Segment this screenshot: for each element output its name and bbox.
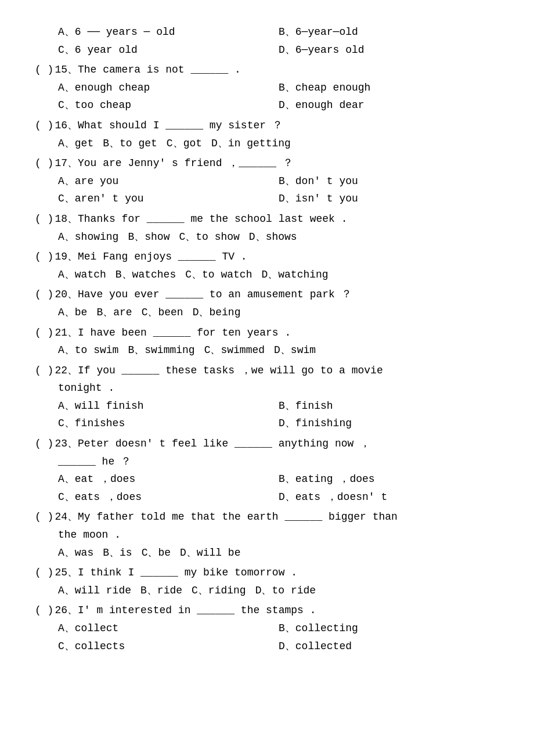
q24-text: 24、My father told me that the earth ____… [55,508,398,526]
q21-opt-a: A、to swim [58,341,118,359]
q17-options: A、are you B、don' t you C、aren' t you D、i… [58,172,499,208]
q26-options: A、collect B、collecting C、collects D、coll… [58,620,499,655]
q25-opt-b: B、ride [140,582,182,600]
q21-opt-c: C、swimmed [204,341,265,359]
q15-options: A、enough cheap B、cheap enough C、too chea… [58,79,499,114]
q25-text: 25、I think I ______ my bike tomorrow . [55,564,297,582]
q17-opt-c: C、aren' t you [58,190,279,208]
q23-opt-b: B、eating ，does [279,470,499,488]
q21-text: 21、I have been ______ for ten years . [55,324,291,342]
q14-opt-b: B、6─year─old [279,23,499,41]
q17-opt-d: D、isn' t you [279,190,499,208]
q19-opt-a: A、watch [58,266,106,284]
q15-opt-a: A、enough cheap [58,79,279,97]
q22-opt-c: C、finishes [58,415,279,433]
q20-opt-d: D、being [193,304,241,322]
q21-paren: ( ) [35,324,53,342]
q17-opt-a: A、are you [58,172,279,190]
q17-line: ( )17、You are Jenny' s friend ，______ ？ [35,154,499,172]
q26-opt-b: B、collecting [279,620,499,638]
q25-options: A、will ride B、ride C、riding D、to ride [58,582,499,600]
q17-paren: ( ) [35,154,53,172]
q14-opt-d: D、6─years old [279,41,499,59]
q15-line: ( )15、The camera is not ______ . [35,61,499,79]
q15-opt-c: C、too cheap [58,96,279,114]
q24-opt-c: C、be [142,544,171,562]
q24-line: ( )24、My father told me that the earth _… [35,508,499,526]
q23-options: A、eat ，does B、eating ，does C、eats ，does … [58,470,499,506]
q25-line: ( )25、I think I ______ my bike tomorrow … [35,564,499,582]
q22-paren: ( ) [35,362,53,380]
q24-opt-a: A、was [58,544,93,562]
q25-opt-c: C、riding [192,582,246,600]
q19-paren: ( ) [35,248,53,266]
q16-opt-b: B、to get [103,135,157,153]
q19-line: ( )19、Mei Fang enjoys ______ TV . [35,248,499,266]
q26-opt-d: D、collected [279,638,499,656]
q15-opt-b: B、cheap enough [279,79,499,97]
q16-opt-d: D、in getting [211,135,291,153]
q17-text: 17、You are Jenny' s friend ，______ ？ [55,154,293,172]
q18-paren: ( ) [35,210,53,228]
q20-line: ( )20、Have you ever ______ to an amuseme… [35,286,499,304]
question-19: ( )19、Mei Fang enjoys ______ TV . A、watc… [35,248,499,283]
question-21: ( )21、I have been ______ for ten years .… [35,324,499,359]
q21-options: A、to swim B、swimming C、swimmed D、swim [58,341,499,359]
question-16: ( )16、What should I ______ my sister ？ A… [35,117,499,152]
q18-text: 18、Thanks for ______ me the school last … [55,210,347,228]
q14-options-row2: C、6 year old D、6─years old [58,41,499,59]
q23-opt-d: D、eats ，doesn' t [279,488,499,506]
q19-opt-b: B、watches [116,266,176,284]
question-25: ( )25、I think I ______ my bike tomorrow … [35,564,499,599]
question-14-options: A、6 ── years ─ old B、6─year─old C、6 year… [35,23,499,59]
question-20: ( )20、Have you ever ______ to an amuseme… [35,286,499,321]
q19-text: 19、Mei Fang enjoys ______ TV . [55,248,247,266]
q24-opt-b: B、is [103,544,132,562]
q23-opt-a: A、eat ，does [58,470,279,488]
q22-text: 22、If you ______ these tasks ，we will go… [55,362,383,380]
q22-opt-a: A、will finish [58,397,279,415]
q23-text: 23、Peter doesn' t feel like ______ anyth… [55,435,370,453]
q24-continuation: the moon . [58,526,499,544]
q23-continuation: ______ he ？ [58,453,499,471]
q26-line: ( )26、I' m interested in ______ the stam… [35,602,499,620]
q26-opt-a: A、collect [58,620,279,638]
q21-line: ( )21、I have been ______ for ten years . [35,324,499,342]
q20-opt-b: B、are [96,304,132,322]
q18-opt-b: B、show [128,228,169,246]
q19-options: A、watch B、watches C、to watch D、watching [58,266,499,284]
q16-options: A、get B、to get C、got D、in getting [58,135,499,153]
q20-text: 20、Have you ever ______ to an amusement … [55,286,351,304]
q22-opt-b: B、finish [279,397,499,415]
q23-paren: ( ) [35,435,53,453]
q17-opt-b: B、don' t you [279,172,499,190]
q22-options: A、will finish B、finish C、finishes D、fini… [58,397,499,433]
question-17: ( )17、You are Jenny' s friend ，______ ？ … [35,154,499,208]
q23-line: ( )23、Peter doesn' t feel like ______ an… [35,435,499,453]
q25-opt-a: A、will ride [58,582,131,600]
q24-opt-d: D、will be [180,544,240,562]
q24-options: A、was B、is C、be D、will be [58,544,499,562]
q22-opt-d: D、finishing [279,415,499,433]
q26-text: 26、I' m interested in ______ the stamps … [55,602,316,620]
q20-opt-c: C、been [142,304,183,322]
q22-continuation: tonight . [58,379,499,397]
q18-opt-d: D、shows [249,228,297,246]
q15-text: 15、The camera is not ______ . [55,61,240,79]
q18-options: A、showing B、show C、to show D、shows [58,228,499,246]
q14-opt-c: C、6 year old [58,41,279,59]
q19-opt-c: C、to watch [185,266,252,284]
q16-opt-c: C、got [167,135,202,153]
q14-opt-a: A、6 ── years ─ old [58,23,279,41]
q26-opt-c: C、collects [58,638,279,656]
question-23: ( )23、Peter doesn' t feel like ______ an… [35,435,499,506]
q24-paren: ( ) [35,508,53,526]
question-24: ( )24、My father told me that the earth _… [35,508,499,561]
q15-opt-d: D、enough dear [279,96,499,114]
question-18: ( )18、Thanks for ______ me the school la… [35,210,499,246]
q26-paren: ( ) [35,602,53,620]
q25-opt-d: D、to ride [255,582,316,600]
q23-opt-c: C、eats ，does [58,488,279,506]
q18-opt-a: A、showing [58,228,118,246]
q22-line: ( )22、If you ______ these tasks ，we will… [35,362,499,380]
